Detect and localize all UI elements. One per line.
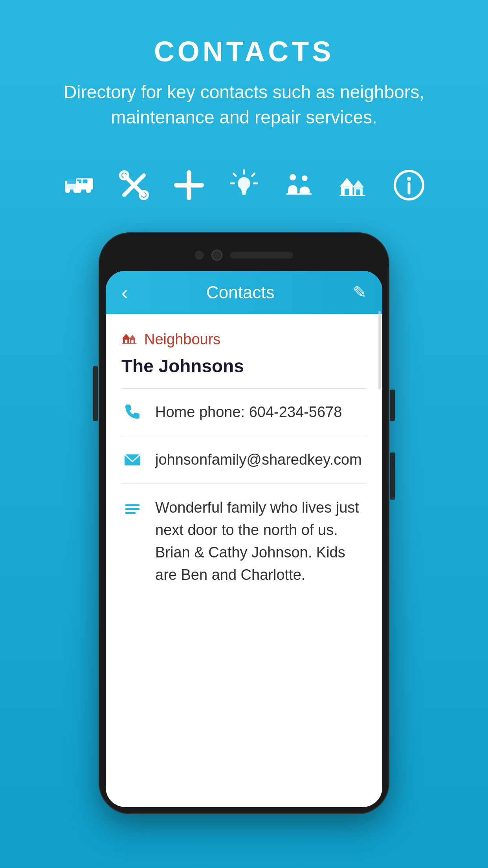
notes-text: Wonderful family who lives just next doo… — [155, 497, 367, 586]
contact-card: Neighbours The Johnsons Home phone: 604-… — [106, 314, 382, 614]
edit-button[interactable]: ✎ — [353, 283, 367, 302]
notes-row: Wonderful family who lives just next doo… — [121, 484, 367, 599]
svg-point-4 — [86, 188, 91, 193]
car-icon — [63, 169, 95, 201]
scrollbar[interactable] — [378, 311, 381, 390]
house-neighbours-icon — [338, 169, 370, 201]
category-icon — [121, 330, 139, 349]
phone-icon — [121, 401, 143, 423]
phone-text: Home phone: 604-234-5678 — [155, 404, 342, 421]
svg-point-39 — [407, 177, 411, 181]
speaker-grille — [230, 252, 293, 259]
header-section: CONTACTS Directory for key contacts such… — [0, 0, 488, 146]
svg-rect-46 — [131, 340, 134, 343]
svg-rect-21 — [241, 189, 247, 191]
page-subtitle: Directory for key contacts such as neigh… — [0, 79, 488, 130]
svg-marker-30 — [352, 180, 364, 188]
phone-screen: ‹ Contacts ✎ — [106, 271, 382, 807]
svg-point-25 — [302, 175, 307, 181]
front-camera — [195, 251, 204, 259]
left-button — [93, 366, 98, 421]
phone-row[interactable]: Home phone: 604-234-5678 — [121, 389, 367, 436]
people-icon — [283, 169, 315, 201]
svg-marker-27 — [340, 178, 354, 187]
email-text: johnsonfamily@sharedkey.com — [155, 451, 362, 468]
feature-icons-row — [0, 169, 488, 201]
app-header: ‹ Contacts ✎ — [106, 271, 382, 314]
phone-outer-body: ‹ Contacts ✎ — [99, 232, 389, 814]
svg-point-8 — [73, 188, 79, 193]
svg-rect-23 — [242, 193, 246, 195]
svg-point-7 — [65, 188, 70, 193]
svg-rect-6 — [67, 179, 76, 184]
category-row: Neighbours — [121, 330, 367, 349]
svg-rect-32 — [356, 189, 360, 195]
page-title: CONTACTS — [0, 35, 488, 68]
phone-notch — [106, 239, 382, 271]
email-row[interactable]: johnsonfamily@sharedkey.com — [121, 436, 367, 484]
svg-point-20 — [238, 177, 250, 189]
svg-marker-41 — [122, 334, 130, 338]
tools-icon — [118, 169, 150, 201]
svg-rect-29 — [345, 189, 349, 195]
back-button[interactable]: ‹ — [121, 283, 128, 302]
volume-button — [390, 452, 395, 500]
svg-marker-44 — [129, 335, 136, 339]
svg-rect-22 — [242, 191, 246, 193]
contact-name: The Johnsons — [121, 355, 367, 377]
app-header-title: Contacts — [206, 283, 275, 302]
svg-line-17 — [252, 173, 254, 176]
svg-line-16 — [233, 173, 236, 176]
info-icon — [393, 169, 425, 201]
svg-point-24 — [290, 174, 296, 180]
category-label: Neighbours — [144, 331, 220, 348]
svg-rect-43 — [125, 340, 127, 343]
svg-rect-2 — [83, 179, 88, 183]
plus-icon — [173, 169, 205, 201]
notes-icon — [121, 498, 143, 520]
email-icon — [121, 449, 143, 471]
camera-lens — [211, 250, 222, 261]
power-button — [390, 390, 395, 421]
lightbulb-icon — [228, 169, 260, 201]
phone-mockup: ‹ Contacts ✎ — [0, 232, 488, 814]
